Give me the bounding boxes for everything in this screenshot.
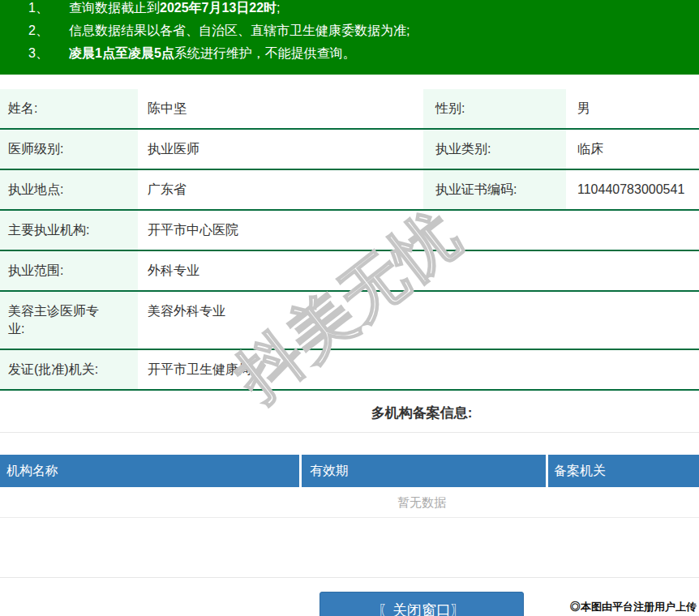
info-row-name-gender: 姓名: 陈中坚 性别: 男 bbox=[0, 89, 699, 130]
field-value-location: 广东省 bbox=[138, 170, 422, 209]
notice-text-bold: 凌晨1点至凌晨5点 bbox=[69, 46, 174, 60]
notice-number: 3、 bbox=[28, 42, 69, 65]
info-row-main-org: 主要执业机构: 开平市中心医院 bbox=[0, 211, 699, 251]
divider bbox=[0, 432, 699, 433]
upload-stamp-text: ◎本图由平台注册用户上传 bbox=[570, 600, 697, 614]
field-label-gender: 性别: bbox=[423, 89, 566, 128]
notice-line-1: 1、查询数据截止到2025年7月13日22时; bbox=[28, 0, 699, 19]
notice-number: 1、 bbox=[28, 0, 69, 19]
multi-org-table: 机构名称 有效期 备案机关 暂无数据 bbox=[0, 455, 699, 518]
field-label-cert-no: 执业证书编码: bbox=[423, 170, 566, 209]
field-label-scope: 执业范围: bbox=[0, 251, 138, 290]
field-label-cosmetic-specialty: 美容主诊医师专业: bbox=[0, 292, 138, 349]
empty-data-placeholder: 暂无数据 bbox=[0, 487, 699, 518]
info-row-level-category: 医师级别: 执业医师 执业类别: 临床 bbox=[0, 130, 699, 170]
spacer bbox=[0, 518, 699, 577]
notice-line-2: 2、信息数据结果以各省、自治区、直辖市卫生健康委数据为准; bbox=[28, 19, 699, 42]
field-value-cert-no: 110440783000541 bbox=[566, 170, 699, 209]
field-label-name: 姓名: bbox=[0, 89, 138, 128]
column-header-org-name: 机构名称 bbox=[0, 455, 299, 487]
field-label-main-org: 主要执业机构: bbox=[0, 211, 138, 250]
notice-line-3: 3、凌晨1点至凌晨5点系统进行维护，不能提供查询。 bbox=[28, 42, 699, 65]
info-row-scope: 执业范围: 外科专业 bbox=[0, 251, 699, 292]
info-row-cosmetic-specialty: 美容主诊医师专业: 美容外科专业 bbox=[0, 292, 699, 350]
close-window-button[interactable]: 〖关闭窗口〗 bbox=[319, 592, 524, 616]
notice-number: 2、 bbox=[28, 19, 69, 42]
main-content: 姓名: 陈中坚 性别: 男 医师级别: 执业医师 执业类别: 临床 执业地点: … bbox=[0, 89, 699, 616]
column-header-filing-authority: 备案机关 bbox=[548, 455, 699, 487]
field-label-issuing-authority: 发证(批准)机关: bbox=[0, 350, 138, 389]
field-value-scope: 外科专业 bbox=[138, 251, 699, 290]
field-value-issuing-authority: 开平市卫生健康局 bbox=[138, 350, 699, 389]
field-value-cosmetic-specialty: 美容外科专业 bbox=[138, 292, 699, 349]
field-label-level: 医师级别: bbox=[0, 130, 138, 169]
field-label-location: 执业地点: bbox=[0, 170, 138, 209]
multi-org-table-header: 机构名称 有效期 备案机关 bbox=[0, 455, 699, 487]
field-value-gender: 男 bbox=[566, 89, 699, 128]
query-result-page: 1、查询数据截止到2025年7月13日22时; 2、信息数据结果以各省、自治区、… bbox=[0, 0, 699, 616]
doctor-info-table: 姓名: 陈中坚 性别: 男 医师级别: 执业医师 执业类别: 临床 执业地点: … bbox=[0, 89, 699, 391]
notice-text-bold: 2025年7月13日22时 bbox=[160, 1, 277, 15]
info-row-issuing-authority: 发证(批准)机关: 开平市卫生健康局 bbox=[0, 350, 699, 391]
field-value-main-org: 开平市中心医院 bbox=[138, 211, 699, 250]
field-value-name: 陈中坚 bbox=[138, 89, 422, 128]
field-value-category: 临床 bbox=[566, 130, 699, 169]
notice-text: 系统进行维护，不能提供查询。 bbox=[174, 46, 356, 60]
multi-org-section-title: 多机构备案信息: bbox=[0, 404, 699, 422]
notice-text: ; bbox=[277, 1, 280, 15]
notice-text: 查询数据截止到 bbox=[69, 1, 160, 15]
notice-banner: 1、查询数据截止到2025年7月13日22时; 2、信息数据结果以各省、自治区、… bbox=[0, 0, 699, 75]
info-row-location-certno: 执业地点: 广东省 执业证书编码: 110440783000541 bbox=[0, 170, 699, 211]
column-header-validity: 有效期 bbox=[302, 455, 546, 487]
field-label-category: 执业类别: bbox=[423, 130, 566, 169]
notice-text: 信息数据结果以各省、自治区、直辖市卫生健康委数据为准; bbox=[69, 24, 410, 37]
field-value-level: 执业医师 bbox=[138, 130, 422, 169]
